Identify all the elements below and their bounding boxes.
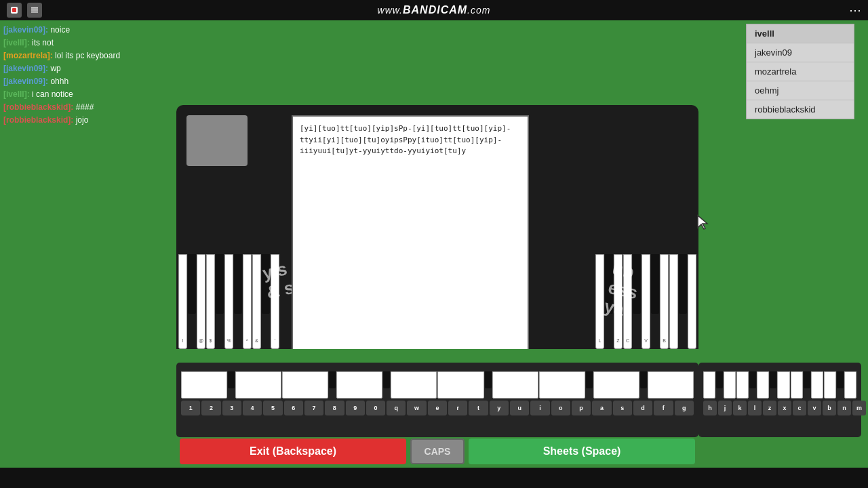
mk-b3[interactable]: [383, 371, 390, 388]
more-icon[interactable]: ⋯: [849, 3, 861, 18]
chat-message-1: [jakevin09]: noice: [3, 24, 193, 36]
key-a[interactable]: a: [592, 401, 611, 415]
exit-button[interactable]: Exit (Backspace): [180, 439, 406, 464]
pkey-w3[interactable]: $: [206, 254, 215, 349]
mk-b1[interactable]: [228, 371, 235, 388]
bottom-bar: [0, 468, 868, 488]
pkey-w5[interactable]: ^: [243, 254, 252, 349]
key-3[interactable]: 3: [222, 401, 241, 415]
rmk-w7[interactable]: [811, 371, 823, 399]
key-8[interactable]: 8: [325, 401, 344, 415]
chat-name-1: [jakevin09]:: [3, 25, 48, 35]
rmk-w5[interactable]: [777, 371, 789, 399]
key-m[interactable]: m: [852, 401, 866, 415]
key-e[interactable]: e: [428, 401, 447, 415]
key-0[interactable]: 0: [366, 401, 385, 415]
chat-message-5: [jakevin09]: ohhh: [3, 75, 193, 87]
key-l[interactable]: l: [748, 401, 762, 415]
mk-w7[interactable]: [492, 371, 538, 399]
mk-w10[interactable]: [648, 371, 694, 399]
key-4[interactable]: 4: [243, 401, 262, 415]
rmk-w3[interactable]: [736, 371, 749, 399]
mk-b2[interactable]: [329, 371, 336, 388]
mk-w3[interactable]: [282, 371, 328, 399]
key-q[interactable]: q: [387, 401, 406, 415]
key-g[interactable]: g: [675, 401, 694, 415]
sheet-content: [yi][tuo]tt[tuo][yip]sPp-[yi][tuo]tt[tuo…: [300, 123, 521, 157]
mk-b4[interactable]: [485, 371, 492, 388]
rpkey-w7[interactable]: [688, 254, 696, 349]
key-w[interactable]: w: [407, 401, 426, 415]
key-n[interactable]: n: [837, 401, 851, 415]
rmk-b5[interactable]: [837, 371, 844, 388]
rpkey-w4[interactable]: V: [642, 254, 650, 349]
chat-text-6: i can notice: [32, 89, 73, 99]
mouse-cursor: [696, 214, 710, 233]
key-6[interactable]: 6: [284, 401, 303, 415]
rpkey-b4[interactable]: [679, 254, 687, 314]
player-item-1: ivelll: [747, 24, 854, 43]
mk-w1[interactable]: [181, 371, 227, 399]
rmk-b1[interactable]: [716, 371, 723, 388]
watermark-brand: BANDICAM: [403, 4, 467, 16]
key-s[interactable]: s: [613, 401, 632, 415]
key-2[interactable]: 2: [201, 401, 220, 415]
key-7[interactable]: 7: [304, 401, 323, 415]
rpkey-w6[interactable]: [669, 254, 678, 349]
caps-button[interactable]: CAPS: [410, 439, 465, 464]
key-t[interactable]: t: [469, 401, 488, 415]
key-i[interactable]: i: [530, 401, 549, 415]
rpkey-b3[interactable]: [651, 254, 659, 314]
mk-w5[interactable]: [391, 371, 437, 399]
pkey-w1[interactable]: I: [178, 254, 187, 349]
pkey-b1[interactable]: [188, 254, 196, 314]
key-y[interactable]: y: [490, 401, 509, 415]
mk-b6[interactable]: [640, 371, 647, 388]
piano-mini-right-keys-row: [702, 366, 858, 399]
chat-name-2: [ivelll]:: [3, 38, 30, 47]
watermark-prefix: www.: [378, 5, 403, 16]
key-k[interactable]: k: [733, 401, 747, 415]
rmk-b2[interactable]: [749, 371, 756, 388]
watermark-suffix: .com: [467, 5, 490, 16]
mk-w2[interactable]: [235, 371, 281, 399]
key-d[interactable]: d: [633, 401, 652, 415]
rmk-w2[interactable]: [724, 371, 736, 399]
key-f[interactable]: f: [654, 401, 673, 415]
pkey-w6[interactable]: &: [252, 254, 261, 349]
pkey-w2[interactable]: @: [197, 254, 205, 349]
mk-w4[interactable]: [336, 371, 382, 399]
key-b-right[interactable]: b: [823, 401, 836, 415]
pkey-b2[interactable]: [216, 254, 224, 314]
pkey-w4[interactable]: %: [224, 254, 233, 349]
key-x[interactable]: x: [778, 401, 791, 415]
key-9[interactable]: 9: [346, 401, 365, 415]
key-c[interactable]: c: [793, 401, 806, 415]
mk-w8[interactable]: [539, 371, 585, 399]
mk-w6[interactable]: [437, 371, 484, 399]
rmk-w1[interactable]: [703, 371, 715, 399]
key-1[interactable]: 1: [181, 401, 200, 415]
key-5[interactable]: 5: [263, 401, 282, 415]
pkey-b3[interactable]: [234, 254, 242, 314]
key-p[interactable]: p: [572, 401, 591, 415]
rpkey-w5[interactable]: B: [660, 254, 669, 349]
rmk-b4[interactable]: [804, 371, 810, 388]
key-r[interactable]: r: [448, 401, 467, 415]
rpkey-w1[interactable]: L: [595, 254, 604, 349]
mk-w9[interactable]: [593, 371, 639, 399]
svg-rect-4: [31, 12, 38, 13]
mk-b5[interactable]: [586, 371, 593, 388]
key-u[interactable]: u: [510, 401, 529, 415]
rmk-w6[interactable]: [791, 371, 803, 399]
key-j[interactable]: j: [718, 401, 732, 415]
key-o[interactable]: o: [551, 401, 570, 415]
key-v[interactable]: v: [808, 401, 821, 415]
key-z[interactable]: z: [763, 401, 776, 415]
rmk-w9[interactable]: [844, 371, 856, 399]
rmk-w8[interactable]: [824, 371, 836, 399]
key-h[interactable]: h: [703, 401, 717, 415]
rmk-b3[interactable]: [770, 371, 776, 388]
sheets-button[interactable]: Sheets (Space): [469, 439, 695, 464]
rmk-w4[interactable]: [757, 371, 769, 399]
